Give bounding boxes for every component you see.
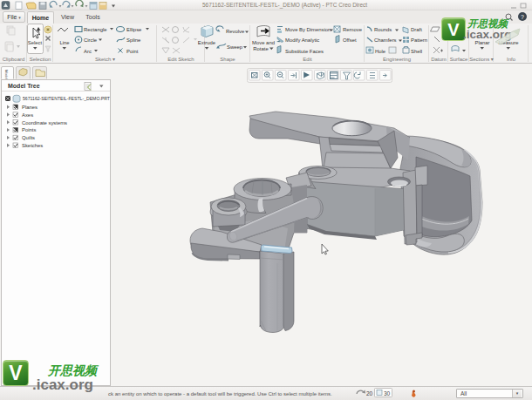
svg-text:Points: Points (22, 127, 36, 132)
svg-text:Rectangle: Rectangle (84, 27, 107, 32)
svg-text:20: 20 (366, 390, 373, 397)
svg-text:Sweep: Sweep (227, 44, 243, 50)
svg-text:Point: Point (126, 49, 139, 54)
svg-text:Quilts: Quilts (22, 135, 35, 140)
svg-text:Axes: Axes (22, 112, 33, 118)
svg-text:Arc: Arc (84, 49, 92, 54)
svg-text:Offset: Offset (343, 37, 357, 43)
svg-text:Hole: Hole (375, 49, 386, 54)
svg-text:Select: Select (28, 40, 43, 45)
svg-text:Modify Analytic: Modify Analytic (285, 37, 319, 43)
svg-text:Circle: Circle (84, 37, 98, 43)
svg-text:Model T..: Model T.. (4, 70, 9, 79)
svg-text:Substitute Faces: Substitute Faces (285, 49, 324, 54)
svg-text:Rounds: Rounds (374, 27, 392, 32)
svg-text:5671162-SEITENTEIL-FESTL-_DEMO: 5671162-SEITENTEIL-FESTL-_DEMO.PRT (23, 96, 110, 101)
svg-text:Spline: Spline (126, 37, 141, 43)
svg-text:Move By Dimension: Move By Dimension (285, 27, 331, 32)
svg-text:30: 30 (384, 390, 391, 397)
svg-text:Ellipse: Ellipse (126, 27, 142, 32)
svg-text:Remove: Remove (343, 27, 363, 32)
svg-text:Revolve: Revolve (226, 29, 245, 34)
svg-text:Sketches: Sketches (22, 143, 43, 148)
svg-text:Planes: Planes (22, 105, 38, 110)
svg-text:Chamfers: Chamfers (374, 37, 397, 43)
svg-text:Coordinate systems: Coordinate systems (22, 120, 67, 125)
svg-text:Shell: Shell (411, 49, 422, 54)
svg-text:Line: Line (59, 40, 70, 45)
svg-text:Extrude: Extrude (198, 40, 216, 45)
svg-text:Rotate: Rotate (253, 46, 269, 51)
svg-text:?: ? (521, 14, 524, 20)
svg-text:Pattern: Pattern (411, 37, 427, 43)
svg-text:Draft: Draft (411, 27, 422, 32)
svg-text:Move and: Move and (252, 40, 275, 45)
